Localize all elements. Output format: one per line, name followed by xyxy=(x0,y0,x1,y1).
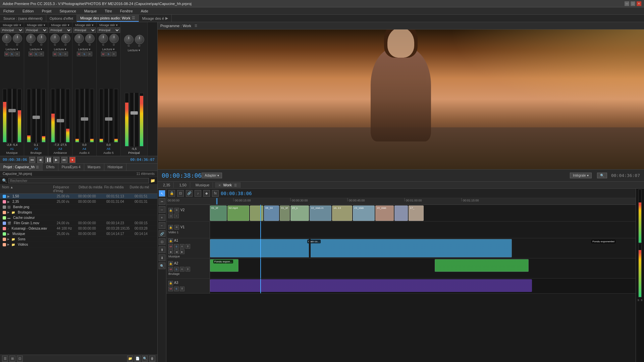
knob-d-a2[interactable] xyxy=(37,34,46,43)
knob-d-master[interactable] xyxy=(135,35,144,44)
clip-15s[interactable]: 15_s xyxy=(290,205,309,221)
grid-view-button[interactable]: ⊞ xyxy=(9,356,15,362)
project-item-cache[interactable]: ▬ Cache couleur xyxy=(0,215,157,221)
track-a1-next[interactable]: ▶ xyxy=(180,249,184,254)
timeline-ruler[interactable]: 00:00:00 00:00:15:00 00:00:30:00 00:00:4… xyxy=(166,198,636,205)
knob-g-a4[interactable] xyxy=(74,34,84,43)
menu-fichier[interactable]: Fichier xyxy=(2,8,16,14)
channel-master-select-a3[interactable]: Principal xyxy=(49,27,72,33)
audio-clip-a2-2[interactable] xyxy=(435,259,529,272)
delete-item-button[interactable]: 🗑 xyxy=(149,356,155,362)
channel-master-select-a5[interactable]: Principal xyxy=(97,27,120,33)
track-v2-eye[interactable]: 👁 xyxy=(174,208,179,213)
track-v1-content[interactable] xyxy=(210,222,636,238)
menu-titre[interactable]: Titre xyxy=(103,8,113,14)
tool-extract[interactable]: ⬇ xyxy=(159,254,165,261)
tool-razor[interactable]: ✂ xyxy=(159,198,165,205)
project-item-filmgrain[interactable]: 🎬 Film Grain 1.mov 24,00 i/s 00:00:00:00… xyxy=(0,221,157,226)
knob-d-a3[interactable] xyxy=(61,34,70,43)
col-name[interactable]: Nom ▲ xyxy=(2,185,53,193)
track-a3-solo[interactable]: S xyxy=(174,287,179,291)
timeline-fx-button[interactable]: fx xyxy=(212,190,219,197)
track-a2-solo[interactable]: S xyxy=(174,267,179,272)
tab-effects[interactable]: Options d'effet xyxy=(46,15,77,22)
clip-19stab[interactable]: 19_stab xyxy=(375,205,394,221)
clip-01bf2[interactable]: 01_bf xyxy=(280,205,290,221)
track-v2-content[interactable]: 01_bf 02.mp4 06_04 01_bf 15_s 10_stab.m … xyxy=(210,205,636,221)
mute-btn-a5[interactable]: M xyxy=(101,52,106,56)
track-v1-eye[interactable]: 👁 xyxy=(174,225,179,230)
tab-historique[interactable]: Historique xyxy=(104,164,126,171)
clip-10stab[interactable]: 10_stab.m xyxy=(310,205,331,221)
folder-new-icon[interactable]: 📁 xyxy=(150,178,155,183)
track-a1-rec[interactable]: R xyxy=(180,244,184,249)
solo-btn-a5[interactable]: S xyxy=(106,52,111,56)
timeline-tab-150[interactable]: 1,50 xyxy=(176,182,190,188)
clip-17[interactable]: 17_ xyxy=(409,205,424,221)
solo-btn-a1[interactable]: S xyxy=(10,52,14,56)
clip-1413[interactable]: 14, 13 xyxy=(332,205,352,221)
solo-btn-a2[interactable]: S xyxy=(34,52,39,56)
tool-lift[interactable]: ⬆ xyxy=(159,246,165,253)
list-view-button[interactable]: ☰ xyxy=(2,356,8,362)
tab-pluraleyes[interactable]: PluralEyes 4 xyxy=(58,164,84,171)
mute-btn-a1[interactable]: M xyxy=(4,52,9,56)
clip-misc[interactable] xyxy=(394,205,408,221)
track-a3-lock[interactable]: 🔒 xyxy=(168,281,173,286)
tool-link[interactable]: 🔗 xyxy=(159,230,165,237)
mute-btn-a4[interactable]: M xyxy=(77,52,82,56)
rec-btn-a3[interactable]: R xyxy=(63,52,68,56)
tool-magnify[interactable]: 🔍 xyxy=(159,262,165,269)
menu-aide[interactable]: Aide xyxy=(140,8,150,14)
go-to-out-button[interactable]: ⏭ xyxy=(61,157,67,163)
timeline-snap-button[interactable]: ⊡ xyxy=(177,190,184,197)
solo-btn-a3[interactable]: S xyxy=(58,52,63,56)
menu-projet[interactable]: Projet xyxy=(41,8,53,14)
rec-btn-a5[interactable]: R xyxy=(112,52,116,56)
track-a2-content[interactable]: Fondu expon... xyxy=(210,258,636,278)
menu-marque[interactable]: Marque xyxy=(83,8,98,14)
maximize-button[interactable]: □ xyxy=(631,1,635,6)
tool-zoom-in[interactable]: + xyxy=(159,214,165,221)
rec-btn-a2[interactable]: R xyxy=(39,52,44,56)
project-item-bande[interactable]: 🖼 Bande.png xyxy=(0,204,157,210)
project-item-videos[interactable]: ▶ 📁 Vidéos xyxy=(0,242,157,247)
clip-02mp4[interactable]: 02.mp4 xyxy=(227,205,249,221)
knob-g-a2[interactable] xyxy=(26,34,36,43)
audio-clip-a3[interactable] xyxy=(210,279,532,292)
stop-button[interactable]: ▐▐ xyxy=(45,157,51,163)
fader-master[interactable] xyxy=(130,93,138,146)
search-footer-button[interactable]: 🔍 xyxy=(142,356,148,362)
record-button[interactable]: ● xyxy=(69,157,75,163)
menu-fenetre[interactable]: Fenêtre xyxy=(119,8,134,14)
channel-master-select-a2[interactable]: Principal xyxy=(25,27,48,33)
tool-snap[interactable]: ⊡ xyxy=(159,238,165,245)
track-a1-prev[interactable]: ◀ xyxy=(174,249,179,254)
fit-select[interactable]: Adapter ▾ xyxy=(202,173,222,178)
col-dur[interactable]: Durée du mé xyxy=(130,185,155,193)
freeform-button[interactable]: ⊡ xyxy=(17,356,23,362)
quality-select[interactable]: Intégrale ▾ xyxy=(570,173,592,178)
solo-btn-a4[interactable]: S xyxy=(82,52,87,56)
timeline-tab-work[interactable]: ✕ Work ☰ xyxy=(215,182,240,188)
knob-d-a4[interactable] xyxy=(85,34,95,43)
project-item-bruitages[interactable]: ▶ 📁 Bruitages xyxy=(0,210,157,215)
knob-g-a1[interactable] xyxy=(2,34,11,43)
tab-audio-mixer[interactable]: Mixage des pistes audio: Work ☰ xyxy=(77,15,139,22)
timeline-lock-button[interactable]: 🔒 xyxy=(168,190,175,197)
tab-project[interactable]: Projet : Capucine_hh ☰ xyxy=(0,164,43,171)
track-v2-lock[interactable]: 🔒 xyxy=(168,208,173,213)
col-start[interactable]: Début du média xyxy=(79,185,104,193)
mute-btn-a3[interactable]: M xyxy=(53,52,57,56)
knob-d-a5[interactable] xyxy=(109,34,119,43)
zoom-button[interactable]: 🔍 xyxy=(597,173,607,178)
new-bin-button[interactable]: 📁 xyxy=(127,356,133,362)
tab-effects[interactable]: Effets xyxy=(43,164,58,171)
rec-btn-a4[interactable]: R xyxy=(88,52,92,56)
project-search-input[interactable] xyxy=(8,178,149,183)
track-a1-lock[interactable]: 🔒 xyxy=(168,238,173,243)
track-a3-mic[interactable]: 🎙 xyxy=(180,287,184,291)
track-a1-mic[interactable]: 🎙 xyxy=(185,244,190,249)
knob-g-a3[interactable] xyxy=(50,34,60,43)
clip-01bf[interactable]: 01_bf xyxy=(210,205,227,221)
